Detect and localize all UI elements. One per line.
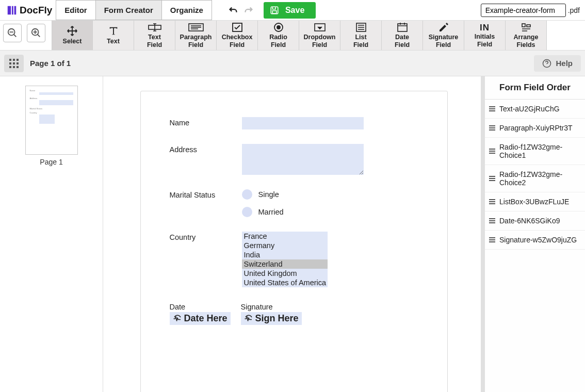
drag-handle-icon (489, 148, 495, 154)
drag-handle-icon (489, 125, 495, 131)
mode-form-creator[interactable]: Form Creator (95, 0, 162, 20)
filename-ext: .pdf (568, 6, 580, 14)
dropdown-field-icon (314, 22, 326, 32)
drag-handle-icon (489, 199, 495, 205)
svg-rect-41 (489, 203, 495, 204)
checkbox-field-icon (232, 22, 243, 32)
drag-handle-icon (489, 218, 495, 224)
field-order-item[interactable]: Signature-w5ZwO9juZG (485, 231, 585, 250)
tool-select[interactable]: Select (52, 21, 93, 50)
help-icon (542, 59, 551, 68)
mode-editor[interactable]: Editor (56, 0, 95, 20)
radio-field-icon (273, 22, 284, 32)
svg-rect-22 (17, 62, 19, 64)
radio-married[interactable] (242, 207, 252, 217)
field-order-item[interactable]: Radio-f1ZW32gme-Choice2 (485, 165, 585, 192)
svg-rect-24 (13, 66, 15, 68)
brand-text: DocFly (20, 5, 52, 16)
svg-rect-47 (489, 241, 495, 242)
svg-rect-38 (489, 180, 495, 181)
address-field[interactable] (242, 144, 364, 175)
svg-rect-30 (489, 125, 495, 126)
field-order-item[interactable]: ListBox-3UBwzFLuJE (485, 192, 585, 211)
name-field[interactable] (242, 117, 364, 129)
svg-rect-18 (13, 59, 15, 61)
move-icon (67, 25, 78, 37)
initials-icon: IN (480, 23, 490, 33)
svg-rect-14 (527, 25, 530, 27)
radio-married-label: Married (258, 208, 284, 216)
svg-rect-13 (522, 24, 525, 27)
country-option[interactable]: France (242, 232, 328, 241)
tool-checkbox-field[interactable]: Checkbox Field (217, 21, 258, 50)
field-order-item[interactable]: Paragraph-XuiyRPtr3T (485, 119, 585, 138)
svg-rect-20 (9, 62, 11, 64)
drag-handle-icon (489, 237, 495, 243)
save-icon (270, 6, 279, 15)
tool-radio-field[interactable]: Radio Field (258, 21, 299, 50)
help-button[interactable]: Help (534, 55, 581, 72)
country-listbox[interactable]: FranceGermanyIndiaSwitzerlandUnited King… (242, 232, 328, 287)
date-label: Date (170, 303, 231, 311)
tool-text-field[interactable]: Text Field (134, 21, 175, 50)
paragraph-field-icon (188, 22, 204, 32)
svg-rect-21 (13, 62, 15, 64)
tool-dropdown-field[interactable]: Dropdown Field (299, 21, 340, 50)
svg-point-9 (277, 26, 280, 29)
text-icon (108, 25, 119, 37)
svg-rect-46 (489, 239, 495, 240)
svg-rect-27 (489, 106, 495, 107)
address-label: Address (170, 144, 242, 175)
country-option[interactable]: Switzerland (242, 259, 328, 269)
svg-rect-12 (398, 24, 407, 31)
country-option[interactable]: United States of America (242, 278, 329, 287)
svg-rect-40 (489, 201, 495, 202)
help-label: Help (556, 59, 573, 68)
grid-view-button[interactable] (4, 55, 24, 72)
svg-rect-25 (17, 66, 19, 68)
country-option[interactable]: United Kingdom (242, 269, 299, 278)
svg-rect-34 (489, 151, 495, 152)
svg-rect-4 (272, 10, 277, 13)
radio-single[interactable] (242, 189, 252, 200)
tool-paragraph-field[interactable]: Paragraph Field (175, 21, 217, 50)
svg-rect-31 (489, 127, 495, 128)
country-option[interactable]: India (242, 250, 328, 259)
svg-rect-42 (489, 218, 495, 219)
page-thumbnail-1[interactable]: Name Address Marital Status Country (25, 86, 78, 155)
filename-input[interactable] (481, 4, 566, 17)
svg-rect-28 (489, 108, 495, 109)
field-order-item[interactable]: Date-6NK6SGiKo9 (485, 211, 585, 231)
mode-organize[interactable]: Organize (161, 0, 212, 20)
country-option[interactable]: Germany (242, 241, 328, 250)
form-field-order-title: Form Field Order (485, 76, 585, 100)
tool-date-field[interactable]: Date Field (382, 21, 423, 50)
signature-field[interactable]: Sign Here (241, 312, 302, 325)
tool-initials-field[interactable]: IN Initials Field (464, 21, 506, 50)
undo-icon[interactable] (228, 5, 239, 16)
svg-rect-45 (489, 237, 495, 238)
svg-rect-37 (489, 178, 495, 179)
drag-handle-icon (489, 106, 495, 112)
tool-arrange-fields[interactable]: Arrange Fields (506, 21, 547, 50)
zoom-out-button[interactable] (3, 24, 22, 42)
grid-icon (9, 59, 19, 68)
save-button[interactable]: Save (264, 2, 316, 19)
tool-list-field[interactable]: List Field (340, 21, 382, 50)
tool-text[interactable]: Text (93, 21, 134, 50)
redo-icon[interactable] (243, 5, 254, 16)
svg-rect-1 (12, 6, 13, 14)
date-field[interactable]: Date Here (170, 312, 231, 325)
tool-signature-field[interactable]: Signature Field (423, 21, 464, 50)
svg-rect-23 (9, 66, 11, 68)
svg-rect-29 (489, 110, 495, 111)
svg-rect-39 (489, 199, 495, 200)
signature-label: Signature (241, 303, 302, 311)
zoom-in-button[interactable] (27, 24, 45, 42)
zoom-out-icon (7, 27, 18, 39)
field-order-item[interactable]: Radio-f1ZW32gme-Choice1 (485, 138, 585, 165)
name-label: Name (170, 117, 242, 129)
field-order-item[interactable]: Text-aU2GjRuChG (485, 100, 585, 119)
docfly-logo-icon (6, 5, 18, 16)
page-indicator: Page 1 of 1 (30, 59, 71, 68)
